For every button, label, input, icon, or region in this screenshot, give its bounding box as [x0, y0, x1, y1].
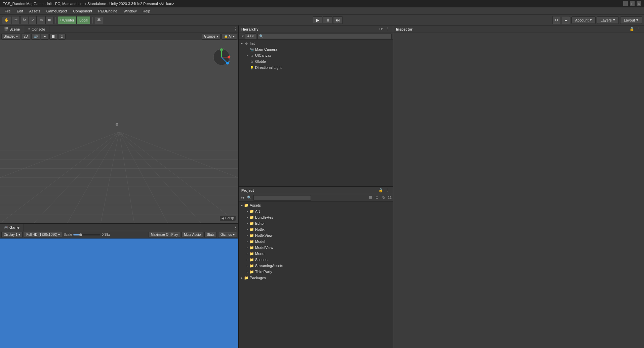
hierarchy-item-directionallight[interactable]: 💡 Directional Light	[239, 64, 393, 71]
all-dropdown[interactable]: 🔒 All ▾	[222, 34, 237, 40]
project-item-model[interactable]: ▸ 📁 Model	[239, 238, 393, 245]
gizmos-dropdown[interactable]: Gizmos ▾	[202, 34, 220, 40]
audio-toggle-button[interactable]: 🔊	[31, 34, 40, 40]
scene-canvas[interactable]: Y X Z ◀ Persp	[0, 40, 238, 223]
separator-1	[55, 17, 56, 24]
hand-tool-button[interactable]: ✋	[2, 16, 11, 24]
project-more-button[interactable]: ⋮	[385, 188, 390, 193]
main-content: 🎬 Scene ≡ Console ⋮ Shaded ▾ 2D	[0, 26, 644, 348]
close-button[interactable]: ×	[637, 1, 641, 6]
hierarchy-item-maincamera[interactable]: 📷 Main Camera	[239, 46, 393, 52]
hierarchy-plus-icon[interactable]: +▾	[240, 34, 244, 38]
hierarchy-item-globle[interactable]: ⊙ Globle	[239, 58, 393, 64]
project-item-bundleres[interactable]: ▸ 📁 BundleRes	[239, 214, 393, 220]
menu-bar: File Edit Assets GameObject Component PE…	[0, 7, 644, 15]
move-tool-button[interactable]: ✛	[12, 16, 20, 24]
project-item-hotfixview[interactable]: ▸ 📁 HotfixView	[239, 232, 393, 238]
scene-tab-label: Scene	[9, 27, 20, 31]
game-gizmos-arrow-icon: ▾	[233, 233, 235, 236]
layers-button[interactable]: Layers ▾	[597, 16, 619, 24]
play-button[interactable]: ▶	[313, 16, 322, 24]
project-item-modelview[interactable]: ▸ 📁 ModelView	[239, 245, 393, 251]
resolution-label: Full HD (1920x1080)	[26, 233, 57, 236]
inspector-lock-button[interactable]: 🔒	[629, 27, 635, 32]
hierarchy-more-button[interactable]: ⋮	[385, 27, 390, 32]
menu-pedengine[interactable]: PEDEngine	[95, 8, 120, 14]
game-gizmos-dropdown[interactable]: Gizmos ▾	[218, 232, 237, 238]
layout-button[interactable]: Layout ▾	[620, 16, 642, 24]
fx-toggle-button[interactable]: ✦	[41, 34, 48, 40]
hierarchy-search-input[interactable]	[257, 34, 392, 39]
scene-vis-button[interactable]: ☰	[49, 34, 57, 40]
scene-gizmo[interactable]: Y X Z	[211, 47, 232, 67]
resolution-dropdown[interactable]: Full HD (1920x1080) ▾	[24, 232, 62, 238]
cloud-icon-button[interactable]: ☁	[562, 16, 570, 24]
shading-mode-dropdown[interactable]: Shaded ▾	[1, 34, 20, 40]
tab-scene[interactable]: 🎬 Scene	[0, 26, 24, 33]
menu-edit[interactable]: Edit	[14, 8, 26, 14]
maincamera-icon: 📷	[249, 47, 254, 52]
rotate-tool-button[interactable]: ↻	[20, 16, 28, 24]
scene-icon-button2[interactable]: ⊙	[58, 34, 66, 40]
transform-tool-button[interactable]: ⊞	[45, 16, 53, 24]
project-item-assets[interactable]: ▸ 📁 Assets	[239, 202, 393, 208]
maximize-button[interactable]: □	[630, 1, 635, 6]
stats-button[interactable]: Stats	[204, 232, 217, 238]
scale-tool-button[interactable]: ⤢	[29, 16, 37, 24]
hotfix-arrow: ▸	[245, 227, 249, 231]
2d-toggle-button[interactable]: 2D	[21, 34, 30, 40]
project-grid-view-button[interactable]: ☰	[368, 195, 373, 201]
project-filter-button[interactable]: ⊙	[374, 195, 380, 201]
rect-tool-button[interactable]: ▭	[37, 16, 45, 24]
menu-help[interactable]: Help	[140, 8, 153, 14]
center-button[interactable]: ⊙ Center	[58, 16, 77, 24]
project-item-editor[interactable]: ▸ 📁 Editor	[239, 220, 393, 226]
inspector-more-button[interactable]: ⋮	[636, 27, 641, 32]
project-item-hotfix[interactable]: ▸ 📁 Hotfix	[239, 226, 393, 232]
project-item-scenes[interactable]: ▸ 📁 Scenes	[239, 257, 393, 263]
step-button[interactable]: ⏭	[333, 16, 343, 24]
hierarchy-item-uicanvas[interactable]: ▸ □ UICanvas	[239, 52, 393, 58]
modelview-label: ModelView	[255, 246, 273, 250]
menu-component[interactable]: Component	[70, 8, 95, 14]
hotfixview-folder-icon: 📁	[249, 233, 254, 238]
packages-label: Packages	[250, 276, 266, 280]
mute-audio-button[interactable]: Mute Audio	[182, 232, 203, 238]
maximize-on-play-button[interactable]: Maximize On Play	[149, 232, 180, 238]
tab-console[interactable]: ≡ Console	[24, 26, 49, 33]
menu-window[interactable]: Window	[121, 8, 139, 14]
local-button[interactable]: Local	[77, 16, 90, 24]
project-lock-button[interactable]: 🔒	[378, 188, 384, 193]
project-item-thirdparty[interactable]: ▸ 📁 ThirdParty	[239, 269, 393, 275]
project-item-packages[interactable]: ▸ 📁 Packages	[239, 275, 393, 281]
minimize-button[interactable]: −	[623, 1, 628, 6]
pause-button[interactable]: ⏸	[323, 16, 332, 24]
project-refresh-button[interactable]: ↻	[381, 195, 387, 201]
account-button[interactable]: Account ▾	[571, 16, 596, 24]
hierarchy-all-dropdown[interactable]: All ▾	[245, 33, 256, 39]
scale-slider[interactable]	[73, 234, 100, 235]
game-canvas	[0, 238, 238, 348]
display-dropdown[interactable]: Display 1 ▾	[1, 232, 23, 238]
collab-icon-button[interactable]: ⊙	[552, 16, 560, 24]
menu-assets[interactable]: Assets	[27, 8, 43, 14]
menu-gameobject[interactable]: GameObject	[44, 8, 70, 14]
hierarchy-add-button[interactable]: +▾	[378, 27, 384, 32]
game-tabs-more-button[interactable]: ⋮	[233, 225, 238, 230]
project-add-button[interactable]: +▾	[240, 195, 245, 201]
tab-game[interactable]: 🎮 Game	[0, 224, 24, 231]
menu-file[interactable]: File	[2, 8, 13, 14]
display-arrow-icon: ▾	[18, 233, 20, 236]
custom-tool-button[interactable]: ⌘	[95, 16, 103, 24]
game-tab-label: Game	[9, 225, 19, 229]
hierarchy-item-init[interactable]: ▸ ⊙ Init	[239, 40, 393, 46]
packages-folder-icon: 📁	[244, 275, 249, 280]
game-tab-icon: 🎮	[4, 225, 8, 229]
project-item-art[interactable]: ▸ 📁 Art	[239, 208, 393, 214]
project-panel: Project 🔒 ⋮ +▾ 🔍 ☰ ⊙ ↻ 11 ▸ 📁	[239, 187, 393, 348]
project-item-mono[interactable]: ▸ 📁 Mono	[239, 251, 393, 257]
scene-tabs-more-button[interactable]: ⋮	[233, 27, 238, 32]
project-search-input[interactable]	[253, 195, 311, 201]
account-arrow-icon: ▾	[590, 18, 592, 22]
project-item-streamingassets[interactable]: ▸ 📁 StreamingAssets	[239, 263, 393, 269]
